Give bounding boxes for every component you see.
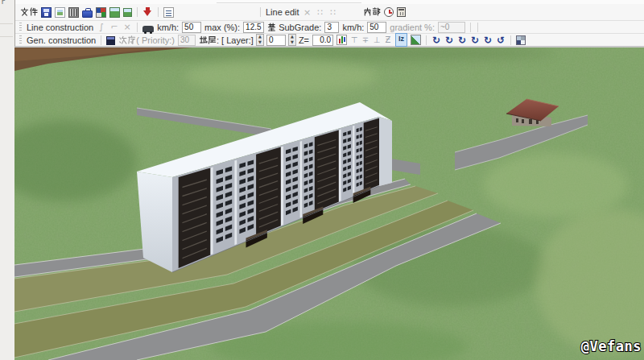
grass-light-patch [483,153,628,217]
separator [101,35,101,45]
chart-icon[interactable] [336,35,347,45]
layer-input[interactable] [266,35,286,46]
node-tool-icon[interactable]: ⌐ [109,22,119,32]
grass-light-patch [185,59,378,94]
script-list-icon[interactable] [163,7,174,18]
divider [0,23,13,24]
priority-label: ( Priority:) [118,35,175,45]
priority-input[interactable] [178,35,196,46]
rotate-icon-3[interactable]: ↻ [456,35,468,46]
facade-element [300,141,303,218]
grid-icon[interactable] [516,35,526,45]
application-window: r Line edit × ∷ ∷ Line [0,0,644,360]
gradient-label: gradient %: [390,23,435,32]
subgrade-label: SubGrade: [267,23,321,32]
speed2-label: km/h: [342,23,364,32]
viewport-border [14,47,644,48]
line-edit-label: Line edit [266,7,299,17]
watermark: @Vefans [581,338,642,354]
rotate-icon-1[interactable]: ↻ [431,35,442,46]
separator [470,23,471,32]
house-door [529,119,532,124]
clock-icon[interactable] [384,7,394,17]
ledger-icon[interactable] [397,7,406,17]
toolbar-file: Line edit × ∷ ∷ [15,4,644,21]
align-top-icon[interactable]: ⊤ [349,35,359,45]
house-window [522,119,524,123]
separator [137,23,138,32]
toolbar-grip[interactable] [19,35,22,45]
separator [158,7,159,17]
junction-icon-2[interactable]: ∷ [328,7,338,18]
terrain-icon[interactable] [411,35,421,45]
align-z-icon[interactable]: Ƶ [383,35,393,45]
facade-element [339,130,341,202]
tiles-icon[interactable] [96,7,106,18]
max-gradient-label: max (%): [204,23,240,32]
facade-element [281,147,283,226]
gradient-readout [438,22,465,33]
3d-viewport[interactable]: @Vefans [14,47,644,360]
separator [137,7,138,17]
layer-spinner-right[interactable]: ▲▼ [288,34,296,46]
panel-line-edit: Line edit × ∷ ∷ [257,7,340,18]
facade-element [353,126,354,197]
separator [426,35,427,45]
max-gradient-input[interactable] [243,22,264,33]
toolbar-line-construction: Line construction ∫ ⌐ × km/h: max (%): S… [15,21,644,34]
z-input[interactable] [312,35,333,46]
rotate-icon-2[interactable]: ↻ [444,35,455,46]
scene-canvas: @Vefans [14,47,644,360]
desktop-corner-glyph: r [1,0,5,6]
separator [510,35,511,45]
import-icon[interactable] [142,7,153,18]
rotate-icon-4[interactable]: ↻ [469,35,481,46]
line-construction-label: Line construction [27,23,93,32]
align-bottom-icon[interactable]: ⊥ [372,35,382,45]
iz-toggle-button[interactable]: Iz [395,33,407,47]
facade-element [211,168,213,255]
layer-spinner-left[interactable]: ▲▼ [256,34,264,46]
place-object-icon[interactable] [106,36,115,45]
cut-icon[interactable]: × [303,7,312,18]
picture-large-icon[interactable] [109,7,120,18]
film-icon[interactable] [68,7,79,18]
menu-file[interactable] [20,7,38,17]
speed-input[interactable] [182,22,201,33]
house-window [516,118,518,122]
junction-icon-1[interactable]: ∷ [316,7,325,18]
picture-small-icon[interactable] [123,8,132,17]
align-middle-icon[interactable]: ∓ [361,35,370,45]
facade-element [234,160,237,245]
subgrade-input[interactable] [324,22,339,33]
toolbar-grip[interactable] [19,23,22,32]
rotate-icon-5[interactable]: ↻ [482,35,493,46]
facade-element [357,128,359,132]
building-right-wall [379,117,392,186]
speed2-input[interactable] [367,22,386,33]
vehicle-icon[interactable] [142,26,154,32]
separator [260,7,261,17]
separator [477,23,478,32]
toolbar-gen-construction: Gen. construction ( Priority:) : [ Layer… [15,34,644,47]
rotate-icon-6[interactable]: ↺ [495,35,506,46]
image-icon[interactable] [55,7,65,18]
save-icon[interactable] [41,7,52,18]
z-label: Z= [299,35,309,45]
delete-node-tool-icon[interactable]: × [122,22,132,32]
speed-label: km/h: [157,23,179,32]
internal-label [363,7,381,17]
layer-label: : [ Layer:] [199,35,254,45]
toolbox-icon[interactable] [82,10,93,18]
panel-internal [361,7,407,17]
divider [0,36,13,37]
desktop-edge-strip: r [0,0,15,360]
gen-construction-label: Gen. construction [27,35,96,45]
divider [217,2,361,3]
spline-tool-icon[interactable]: ∫ [97,22,106,32]
